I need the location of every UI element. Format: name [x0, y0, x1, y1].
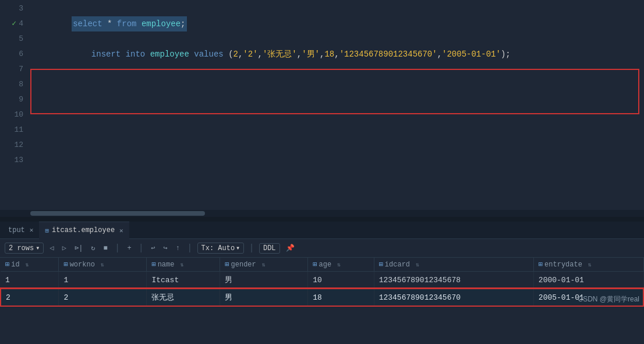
rows-count-label: 2 rows: [9, 244, 34, 252]
code-line-13: 13: [0, 153, 644, 168]
tx-dropdown-icon: ▾: [236, 244, 240, 252]
ddl-button[interactable]: DDL: [259, 243, 280, 254]
table-body: 1 1 Itcast 男 10 123456789012345678 2000-…: [1, 272, 643, 307]
code-editor[interactable]: 3 ✓ 4 select * from employee; 5 6: [0, 0, 644, 210]
check-mark-4: ✓: [12, 16, 16, 31]
line-number-5: 5: [0, 31, 30, 47]
cell-idcard-2: 123456789012345670: [374, 289, 533, 306]
sep3: |: [187, 243, 193, 254]
tab-output[interactable]: tput ✕: [2, 222, 39, 239]
table-icon: ⊞: [45, 227, 49, 234]
col-header-id[interactable]: ⊞id ⇅: [1, 258, 59, 272]
cell-name-1: Itcast: [147, 272, 220, 289]
results-toolbar: 2 rows ▾ ◁ ▷ ⊳| ↻ ■ | + | ↩ ↪ ↑ | Tx: Au…: [0, 239, 644, 258]
line-number-8: 8: [0, 77, 30, 92]
undo-button[interactable]: ↩: [148, 243, 157, 254]
code-line-8: 8: [0, 77, 644, 92]
sort-gender: ⇅: [262, 262, 266, 268]
editor-scrollbar[interactable]: [0, 210, 644, 217]
csdn-watermark: CSDN @黄同学real: [578, 294, 639, 304]
tx-label: Tx: Auto: [201, 244, 235, 252]
results-table-wrapper: ⊞id ⇅ ⊞workno ⇅ ⊞name ⇅ ⊞gender ⇅: [0, 258, 644, 307]
code-lines: 3 ✓ 4 select * from employee; 5 6: [0, 0, 644, 168]
code-line-10: 10: [0, 107, 644, 122]
col-name-icon: ⊞: [151, 261, 155, 269]
line-number-12: 12: [0, 138, 30, 153]
nav-first[interactable]: ◁: [47, 243, 56, 254]
results-tabs: tput ✕ ⊞ itcast.employee ✕: [0, 222, 644, 239]
scrollbar-thumb[interactable]: [30, 211, 205, 216]
pin-button[interactable]: 📌: [284, 243, 297, 254]
sep4: |: [249, 243, 254, 254]
col-workno-icon: ⊞: [63, 261, 68, 269]
up-button[interactable]: ↑: [174, 243, 182, 254]
cell-age-2: 18: [308, 289, 374, 306]
line-number-4: ✓ 4: [0, 16, 30, 31]
add-row-button[interactable]: +: [125, 243, 133, 254]
cell-id-1: 1: [1, 272, 59, 289]
col-header-idcard[interactable]: ⊞idcard ⇅: [374, 258, 533, 272]
col-header-workno[interactable]: ⊞workno ⇅: [59, 258, 147, 272]
col-header-age[interactable]: ⊞age ⇅: [308, 258, 374, 272]
tab-employee-label: itcast.employee: [52, 226, 115, 234]
col-header-entrydate[interactable]: ⊞entrydate ⇅: [533, 258, 643, 272]
col-idcard-icon: ⊞: [379, 261, 383, 269]
col-header-gender[interactable]: ⊞gender ⇅: [220, 258, 308, 272]
rows-count[interactable]: 2 rows ▾: [5, 243, 44, 254]
sort-age: ⇅: [337, 262, 341, 268]
tx-dropdown[interactable]: Tx: Auto ▾: [197, 243, 245, 254]
select-statement: select * from employee;: [72, 16, 186, 31]
tab-output-label: tput: [8, 226, 25, 234]
line-number-13: 13: [0, 153, 30, 168]
col-entrydate-icon: ⊞: [539, 261, 543, 269]
table-row-highlighted[interactable]: 2 2 张无忌 男 18 123456789012345670 2005-01-…: [1, 289, 643, 306]
cell-idcard-1: 123456789012345678: [374, 272, 533, 289]
cell-workno-2: 2: [59, 289, 147, 306]
line-number-6: 6: [0, 47, 30, 62]
table-row[interactable]: 1 1 Itcast 男 10 123456789012345678 2000-…: [1, 272, 643, 289]
code-line-6: 6 insert into employee values (2,'2','张无…: [0, 47, 644, 62]
sort-entrydate: ⇅: [588, 262, 592, 268]
stop-button[interactable]: ■: [101, 243, 110, 254]
cell-age-1: 10: [308, 272, 374, 289]
sep2: |: [139, 243, 144, 254]
line-number-7: 7: [0, 62, 30, 77]
nav-prev[interactable]: ▷: [60, 243, 69, 254]
code-line-12: 12: [0, 138, 644, 153]
tab-output-close[interactable]: ✕: [30, 226, 34, 234]
refresh-button[interactable]: ↻: [89, 243, 97, 254]
rows-dropdown-icon: ▾: [36, 244, 40, 252]
tab-employee[interactable]: ⊞ itcast.employee ✕: [39, 222, 129, 239]
code-line-9: 9: [0, 92, 644, 107]
line-number-11: 11: [0, 122, 30, 138]
results-panel: tput ✕ ⊞ itcast.employee ✕ 2 rows ▾ ◁ ▷ …: [0, 222, 644, 344]
col-header-name[interactable]: ⊞name ⇅: [147, 258, 220, 272]
cell-gender-2: 男: [220, 289, 308, 306]
col-age-icon: ⊞: [313, 261, 317, 269]
line-number-10: 10: [0, 107, 30, 122]
code-line-7: 7: [0, 62, 644, 77]
cell-entrydate-1: 2000-01-01: [533, 272, 643, 289]
tab-employee-close[interactable]: ✕: [119, 227, 123, 234]
col-id-icon: ⊞: [5, 261, 9, 269]
cell-name-2: 张无忌: [147, 289, 220, 306]
line-number-3: 3: [0, 1, 30, 16]
code-line-4: ✓ 4 select * from employee;: [0, 16, 644, 31]
cell-id-2: 2: [1, 289, 59, 306]
table-header-row: ⊞id ⇅ ⊞workno ⇅ ⊞name ⇅ ⊞gender ⇅: [1, 258, 643, 272]
cell-gender-1: 男: [220, 272, 308, 289]
code-line-11: 11: [0, 122, 644, 138]
results-table: ⊞id ⇅ ⊞workno ⇅ ⊞name ⇅ ⊞gender ⇅: [0, 258, 644, 307]
line-number-9: 9: [0, 92, 30, 107]
nav-next-skip[interactable]: ⊳|: [72, 243, 85, 254]
redo-button[interactable]: ↪: [161, 243, 169, 254]
sort-name: ⇅: [181, 262, 184, 268]
sort-id: ⇅: [26, 262, 29, 268]
col-gender-icon: ⊞: [225, 261, 229, 269]
sep1: |: [115, 243, 121, 254]
pane-divider[interactable]: [0, 217, 644, 222]
sort-workno: ⇅: [101, 262, 104, 268]
sort-idcard: ⇅: [416, 262, 419, 268]
cell-workno-1: 1: [59, 272, 147, 289]
